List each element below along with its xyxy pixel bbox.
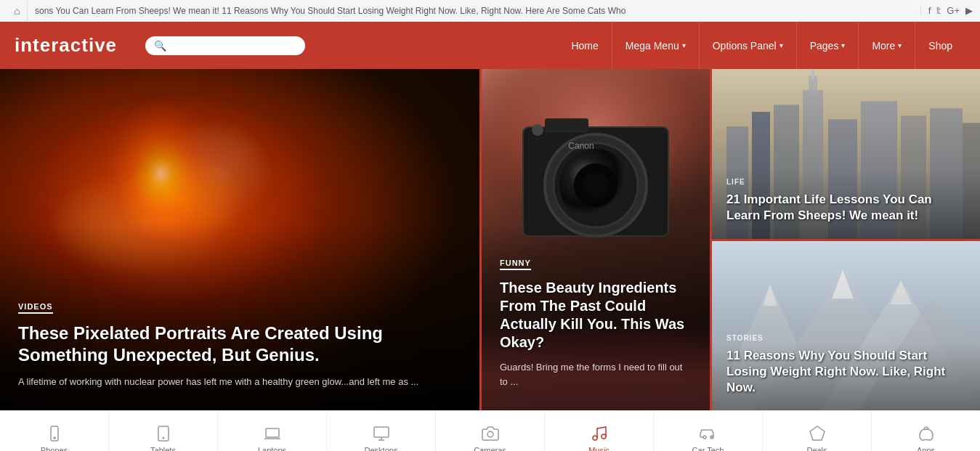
header: interactive 🔍 Home Mega Menu▾ Options Pa… [0,22,980,69]
facebook-icon[interactable]: f [928,5,931,16]
search-icon: 🔍 [154,40,166,52]
main-grid: VIDEOS These Pixelated Portraits Are Cre… [0,69,980,410]
nav-music-label: Music [588,446,610,451]
nav-desktops[interactable]: Desktops [327,411,436,451]
logo: interactive [15,34,131,57]
ticker-social: f 𝕥 G+ ▶ [920,5,973,16]
nav-apps[interactable]: Apps [872,411,980,451]
card-fire-tag[interactable]: VIDEOS [18,302,53,314]
svg-point-47 [602,434,606,439]
svg-text:Canon: Canon [568,141,594,151]
chevron-down-icon: ▾ [682,41,686,49]
card-fire-title: These Pixelated Portraits Are Created Us… [18,322,461,366]
nav-tablets[interactable]: Tablets [109,411,218,451]
youtube-icon[interactable]: ▶ [965,5,973,16]
card-fire-excerpt: A lifetime of working with nuclear power… [18,375,461,389]
gplus-icon[interactable]: G+ [947,5,960,16]
nav-tablets-label: Tablets [150,446,176,451]
svg-marker-50 [810,426,825,440]
bottom-nav: Phones Tablets Laptops Desktops Cameras [0,410,980,451]
nav-deals-label: Deals [806,446,827,451]
diamond-icon [809,425,826,442]
card-city-tag[interactable]: LIFE [726,178,965,186]
svg-point-10 [583,172,609,198]
card-camera[interactable]: Canon FUNNY These Beauty Ingredients Fro… [479,69,712,410]
card-city-content: LIFE 21 Important Life Lessons You Can L… [726,178,965,224]
svg-point-40 [54,437,55,439]
card-camera-tag[interactable]: FUNNY [500,259,531,270]
nav-desktops-label: Desktops [365,446,398,451]
nav-music[interactable]: Music [545,411,654,451]
chevron-down-icon: ▾ [898,41,902,49]
nav-pages[interactable]: Pages▾ [797,22,859,69]
music-icon [591,425,608,442]
nav-deals[interactable]: Deals [763,411,872,451]
card-camera-title: These Beauty Ingredients From The Past C… [500,279,692,352]
ticker-text: sons You Can Learn From Sheeps! We mean … [35,6,913,16]
search-input[interactable] [166,40,296,51]
nav-options-panel[interactable]: Options Panel▾ [700,22,797,69]
nav-mega-menu[interactable]: Mega Menu▾ [612,22,700,69]
chevron-down-icon: ▾ [841,41,845,49]
card-city[interactable]: LIFE 21 Important Life Lessons You Can L… [712,69,980,239]
tablet-icon [155,425,172,442]
svg-rect-5 [545,118,588,133]
search-bar[interactable]: 🔍 [145,36,305,55]
svg-point-12 [532,124,543,136]
nav-more[interactable]: More▾ [859,22,915,69]
ticker-bar: ⌂ sons You Can Learn From Sheeps! We mea… [0,0,980,22]
ticker-home-icon[interactable]: ⌂ [7,1,28,21]
car-icon [700,425,717,442]
nav-car-tech-label: Car Tech [692,446,724,451]
logo-light: inter [15,34,59,56]
laptop-icon [264,425,281,442]
nav-car-tech[interactable]: Car Tech [654,411,763,451]
card-mountain-content: STORIES 11 Reasons Why You Should Start … [726,334,965,396]
nav-phones-label: Phones [41,446,68,451]
svg-point-42 [163,437,164,439]
card-fire[interactable]: VIDEOS These Pixelated Portraits Are Cre… [0,69,479,410]
nav-home[interactable]: Home [558,22,612,69]
nav-shop[interactable]: Shop [915,22,965,69]
nav-phones[interactable]: Phones [0,411,109,451]
camera-nav-icon [482,425,499,442]
card-right-column: LIFE 21 Important Life Lessons You Can L… [712,69,980,410]
nav-cameras-label: Cameras [474,446,506,451]
nav-apps-label: Apps [917,446,935,451]
svg-rect-44 [374,427,389,437]
card-mountain[interactable]: STORIES 11 Reasons Why You Should Start … [712,239,980,411]
svg-rect-43 [266,428,279,437]
card-fire-content: VIDEOS These Pixelated Portraits Are Cre… [18,299,461,389]
nav-laptops[interactable]: Laptops [218,411,327,451]
apple-icon [918,425,935,442]
desktop-icon [373,425,390,442]
svg-point-48 [703,436,706,439]
logo-bold: active [59,34,117,56]
card-camera-excerpt: Guards! Bring me the forms I need to fil… [500,360,692,389]
card-city-title: 21 Important Life Lessons You Can Learn … [726,192,965,224]
nav-laptops-label: Laptops [258,446,286,451]
svg-point-46 [593,436,597,440]
twitter-icon[interactable]: 𝕥 [936,5,941,16]
nav-menu: Home Mega Menu▾ Options Panel▾ Pages▾ Mo… [558,22,965,69]
chevron-down-icon: ▾ [779,41,783,49]
card-camera-content: FUNNY These Beauty Ingredients From The … [500,256,692,389]
card-mountain-title: 11 Reasons Why You Should Start Losing W… [726,348,965,396]
nav-cameras[interactable]: Cameras [436,411,545,451]
phone-icon [46,425,63,442]
svg-point-45 [487,431,493,437]
card-mountain-tag[interactable]: STORIES [726,334,965,342]
